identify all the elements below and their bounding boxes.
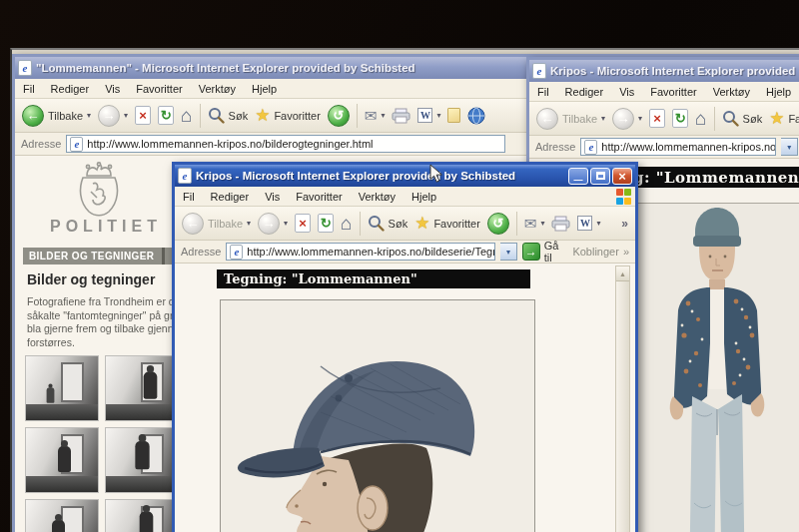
address-dropdown-icon[interactable]: ▾ [500, 243, 517, 261]
home-button[interactable]: ⌂ [695, 109, 706, 128]
menu-hjelp[interactable]: Hjelp [252, 83, 277, 95]
search-button[interactable]: Søk [368, 215, 408, 232]
maximize-button[interactable] [590, 168, 610, 185]
toolbar-separator [200, 104, 201, 128]
forward-button[interactable]: → ▾ [98, 105, 128, 127]
back-button[interactable]: ← Tilbake ▾ [536, 108, 605, 130]
favorites-button[interactable]: ★ Favoritter [255, 107, 321, 124]
messenger-globe-icon[interactable] [467, 107, 485, 125]
word-dropdown-icon[interactable]: ▾ [596, 219, 600, 228]
menu-favoritter[interactable]: Favoritter [296, 191, 342, 203]
menu-favoritter[interactable]: Favoritter [136, 83, 182, 95]
menu-bar: Fil Rediger Vis Favoritter Verktøy Hjelp [529, 82, 799, 102]
search-icon [722, 110, 739, 127]
menu-fil[interactable]: Fil [183, 191, 195, 203]
search-button[interactable]: Søk [208, 107, 249, 124]
favorites-star-icon: ★ [255, 107, 270, 124]
address-dropdown-icon[interactable]: ▾ [781, 138, 798, 156]
forward-dropdown-icon[interactable]: ▾ [124, 111, 128, 120]
close-button[interactable]: × [612, 168, 632, 185]
menu-rediger[interactable]: Rediger [51, 83, 90, 95]
word-edit-button[interactable]: W ▾ [577, 216, 600, 231]
page-tegning-profile: Tegning: "Lommemannen" [175, 264, 635, 532]
go-button[interactable]: → Gå til [522, 240, 567, 264]
address-input[interactable]: e http://www.lommemannen-kripos.no/bilde… [580, 138, 776, 156]
forward-dropdown-icon[interactable]: ▾ [284, 219, 288, 228]
discuss-note-icon[interactable] [447, 108, 460, 123]
back-dropdown-icon[interactable]: ▾ [601, 114, 605, 123]
back-icon: ← [182, 213, 204, 235]
forward-button[interactable]: → ▾ [258, 213, 288, 235]
refresh-button[interactable]: ↻ [158, 106, 174, 125]
minimize-button[interactable]: — [568, 168, 588, 185]
menu-fil[interactable]: Fil [537, 86, 549, 98]
cctv-thumbnail[interactable] [25, 427, 99, 493]
ie-page-icon: e [532, 63, 546, 79]
favorites-button[interactable]: ★ Favoritter [414, 215, 480, 232]
mail-button[interactable]: ✉ ▾ [365, 108, 386, 123]
mail-dropdown-icon[interactable]: ▾ [540, 219, 544, 228]
back-dropdown-icon[interactable]: ▾ [87, 111, 91, 120]
back-icon: ← [22, 105, 44, 127]
scroll-up-icon[interactable]: ▲ [616, 266, 629, 281]
cctv-thumbnail[interactable] [105, 499, 179, 532]
forward-dropdown-icon[interactable]: ▾ [638, 114, 642, 123]
back-button[interactable]: ← Tilbake ▾ [182, 213, 251, 235]
titlebar[interactable]: e Kripos - Microsoft Internet Explorer p… [175, 165, 635, 187]
back-button[interactable]: ← Tilbake ▾ [22, 105, 91, 127]
word-edit-button[interactable]: W ▾ [417, 108, 440, 123]
search-button[interactable]: Søk [722, 110, 763, 127]
cctv-thumbnail[interactable] [25, 499, 99, 532]
menu-rediger[interactable]: Rediger [565, 86, 604, 98]
back-dropdown-icon[interactable]: ▾ [247, 219, 251, 228]
menu-verktoy[interactable]: Verktøy [199, 83, 236, 95]
forward-icon: → [98, 105, 120, 127]
forward-button[interactable]: → ▾ [612, 108, 642, 130]
vertical-scrollbar[interactable]: ▲ [615, 266, 630, 532]
address-input[interactable]: e http://www.lommemannen-kripos.no/bilde… [66, 135, 505, 153]
address-input[interactable]: e http://www.lommemannen-kripos.no/bilde… [226, 243, 495, 261]
fullbody-sketch-image [632, 204, 799, 532]
menu-verktoy[interactable]: Verktøy [713, 86, 750, 98]
print-button[interactable] [392, 108, 410, 124]
nav-bilder-og-tegninger[interactable]: BILDER OG TEGNINGER [23, 251, 162, 262]
refresh-button[interactable]: ↻ [672, 109, 688, 128]
cctv-thumbnail[interactable] [105, 355, 179, 421]
menu-vis[interactable]: Vis [105, 83, 120, 95]
menu-verktoy[interactable]: Verktøy [359, 191, 396, 203]
titlebar[interactable]: e Kripos - Microsoft Internet Explorer p… [529, 60, 799, 82]
print-button[interactable] [551, 216, 570, 232]
address-bar: Adresse e http://www.lommemannen-kripos.… [175, 241, 635, 264]
menu-hjelp[interactable]: Hjelp [411, 191, 436, 203]
cctv-thumbnail[interactable] [25, 355, 99, 421]
home-button[interactable]: ⌂ [341, 214, 352, 233]
refresh-button[interactable]: ↻ [318, 214, 334, 233]
links-menu[interactable]: Koblinger » [572, 246, 629, 258]
window-title: Kripos - Microsoft Internet Explorer pro… [550, 65, 799, 77]
stop-button[interactable]: × [295, 214, 311, 233]
home-button[interactable]: ⌂ [181, 106, 192, 125]
toolbar-overflow-icon[interactable]: » [621, 217, 628, 231]
menu-favoritter[interactable]: Favoritter [650, 86, 696, 98]
stop-button[interactable]: × [649, 109, 665, 128]
favorites-button[interactable]: ★ Favoritter [769, 110, 799, 127]
menu-vis[interactable]: Vis [619, 86, 634, 98]
profile-sketch-image [221, 300, 534, 532]
mouse-cursor [429, 164, 445, 184]
cctv-thumbnail[interactable] [105, 427, 179, 493]
history-button[interactable]: ↺ [487, 213, 509, 235]
menu-fil[interactable]: Fil [23, 83, 35, 95]
word-dropdown-icon[interactable]: ▾ [436, 111, 440, 120]
toolbar: ← Tilbake ▾ → ▾ × ↻ ⌂ Søk ★ Favoritter [529, 102, 799, 136]
monitor-photo: e "Lommemannen" - Microsoft Internet Exp… [0, 0, 799, 532]
mail-button[interactable]: ✉ ▾ [524, 216, 545, 231]
history-button[interactable]: ↺ [328, 105, 350, 127]
menu-vis[interactable]: Vis [265, 191, 280, 203]
stop-button[interactable]: × [135, 106, 151, 125]
window-title: Kripos - Microsoft Internet Explorer pro… [196, 170, 564, 182]
menu-rediger[interactable]: Rediger [211, 191, 250, 203]
menu-hjelp[interactable]: Hjelp [766, 86, 791, 98]
page-paragraph: Fotografiene fra Trondheim er d såkalte … [27, 295, 175, 349]
mail-dropdown-icon[interactable]: ▾ [381, 111, 385, 120]
browser-window-kripos-profile[interactable]: e Kripos - Microsoft Internet Explorer p… [172, 162, 638, 532]
